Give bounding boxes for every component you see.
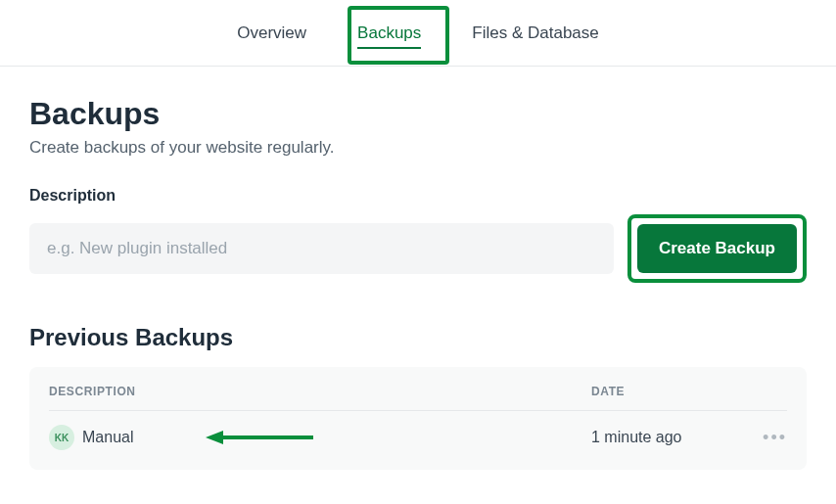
table-header: DESCRIPTION DATE: [49, 367, 787, 411]
avatar: KK: [49, 425, 74, 450]
previous-backups-title: Previous Backups: [29, 324, 807, 351]
row-date-cell: 1 minute ago: [591, 429, 748, 446]
svg-marker-1: [206, 431, 223, 444]
previous-backups-table: DESCRIPTION DATE KK Manual 1 minute ago …: [29, 367, 807, 470]
tab-backups[interactable]: Backups: [351, 2, 427, 65]
content-area: Backups Create backups of your website r…: [0, 67, 836, 470]
tab-files-database[interactable]: Files & Database: [466, 2, 604, 65]
arrow-annotation-icon: [206, 428, 313, 447]
table-row: KK Manual 1 minute ago •••: [49, 411, 787, 464]
description-input[interactable]: [29, 223, 614, 274]
row-actions-menu[interactable]: •••: [748, 428, 787, 448]
page-title: Backups: [29, 96, 807, 132]
row-description-cell: KK Manual: [49, 425, 591, 450]
row-description-text: Manual: [82, 429, 133, 446]
column-header-actions: [748, 385, 787, 398]
description-label: Description: [29, 187, 807, 205]
tab-overview[interactable]: Overview: [231, 2, 312, 65]
create-backup-button[interactable]: Create Backup: [637, 224, 797, 273]
create-backup-row: Create Backup: [29, 214, 807, 283]
column-header-description: DESCRIPTION: [49, 385, 591, 398]
page-subtitle: Create backups of your website regularly…: [29, 138, 807, 158]
highlight-box-create: Create Backup: [627, 214, 807, 283]
column-header-date: DATE: [591, 385, 748, 398]
tabs-bar: Overview Backups Files & Database: [0, 0, 836, 67]
